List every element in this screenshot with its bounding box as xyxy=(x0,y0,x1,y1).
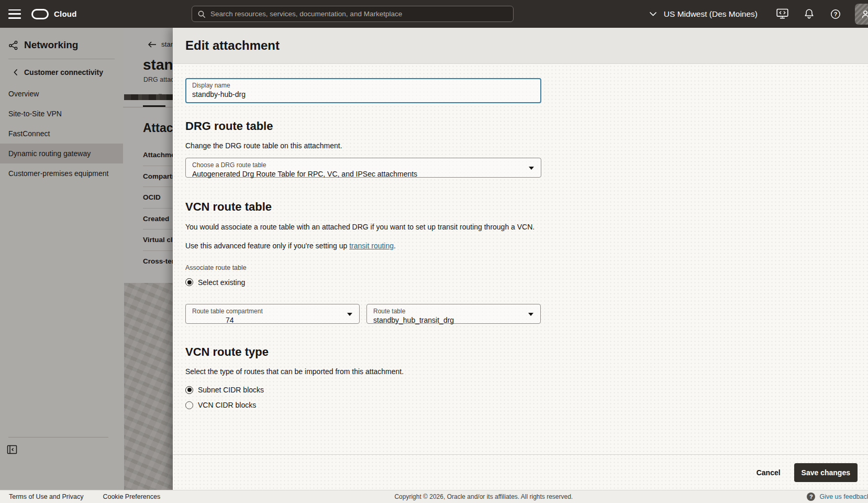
compartment-select-value: 74 xyxy=(192,315,353,325)
panel-header: Edit attachment xyxy=(173,28,868,64)
display-name-field[interactable]: Display name xyxy=(185,78,541,103)
feedback-help-icon: ? xyxy=(807,493,815,501)
user-avatar[interactable] xyxy=(855,4,868,25)
transit-routing-link[interactable]: transit routing xyxy=(349,242,394,250)
copyright-text: Copyright © 2026, Oracle and/or its affi… xyxy=(160,493,807,500)
caret-down-icon xyxy=(529,167,534,170)
terms-link[interactable]: Terms of Use and Privacy xyxy=(9,493,83,500)
vcn-paragraph-1: You would associate a route table with a… xyxy=(185,222,541,232)
edit-attachment-panel: Edit attachment Display name DRG route t… xyxy=(173,28,868,490)
drg-route-table-heading: DRG route table xyxy=(185,119,541,133)
cloud-shell-icon[interactable] xyxy=(775,7,789,21)
global-search[interactable] xyxy=(192,6,514,22)
notifications-bell-icon[interactable] xyxy=(802,7,816,21)
vcn-route-type-description: Select the type of routes that can be im… xyxy=(185,366,541,377)
panel-footer: Cancel Save changes xyxy=(173,454,868,490)
caret-down-icon xyxy=(347,313,352,316)
route-table-select-label: Route table xyxy=(373,308,534,315)
search-input[interactable] xyxy=(210,10,508,18)
vcn-route-table-heading: VCN route table xyxy=(185,200,541,214)
drg-route-table-description: Change the DRG route table on this attac… xyxy=(185,140,541,151)
associate-route-table-label: Associate route table xyxy=(185,264,541,271)
display-name-label: Display name xyxy=(192,82,535,90)
chevron-down-icon xyxy=(650,12,656,16)
vcn-paragraph-2: Use this advanced feature only if you're… xyxy=(185,240,541,251)
oracle-logo-icon xyxy=(31,9,49,19)
radio-select-existing[interactable]: Select existing xyxy=(185,278,245,287)
cancel-button[interactable]: Cancel xyxy=(756,468,781,477)
vcn-route-type-heading: VCN route type xyxy=(185,345,541,359)
panel-body: Display name DRG route table Change the … xyxy=(173,64,868,409)
radio-unselected-icon xyxy=(185,401,193,409)
route-table-select[interactable]: Route table standby_hub_transit_drg xyxy=(366,304,541,324)
page-footer-bar: Terms of Use and Privacy Cookie Preferen… xyxy=(0,490,868,503)
hamburger-menu-icon[interactable] xyxy=(8,9,21,19)
caret-down-icon xyxy=(528,313,533,316)
cookie-preferences-link[interactable]: Cookie Preferences xyxy=(103,493,160,500)
drg-select-value: Autogenerated Drg Route Table for RPC, V… xyxy=(192,169,535,179)
radio-selected-icon xyxy=(185,278,193,286)
top-bar: Cloud US Midwest (Des Moines) ? xyxy=(0,0,868,28)
modal-scrim xyxy=(0,28,173,490)
svg-text:?: ? xyxy=(834,11,838,17)
brand-text: Cloud xyxy=(54,9,77,18)
radio-selected-icon xyxy=(185,386,193,394)
save-changes-button[interactable]: Save changes xyxy=(794,463,858,482)
region-label: US Midwest (Des Moines) xyxy=(664,9,758,19)
search-icon xyxy=(197,10,206,18)
route-table-select-value: standby_hub_transit_drg xyxy=(373,315,534,325)
panel-title: Edit attachment xyxy=(185,38,280,53)
drg-select-label: Choose a DRG route table xyxy=(192,161,535,169)
person-icon xyxy=(860,9,868,19)
help-icon[interactable]: ? xyxy=(829,7,842,21)
drg-route-table-select[interactable]: Choose a DRG route table Autogenerated D… xyxy=(185,158,541,178)
brand-logo[interactable]: Cloud xyxy=(31,9,77,19)
compartment-select-label: Route table compartment xyxy=(192,308,353,315)
give-feedback-link[interactable]: Give us feedback xyxy=(819,493,868,500)
route-table-compartment-select[interactable]: Route table compartment 74 xyxy=(185,304,360,324)
display-name-input[interactable] xyxy=(192,90,535,99)
region-selector[interactable]: US Midwest (Des Moines) xyxy=(650,9,758,19)
radio-subnet-cidr-blocks[interactable]: Subnet CIDR blocks xyxy=(185,386,264,394)
radio-vcn-cidr-blocks[interactable]: VCN CIDR blocks xyxy=(185,401,256,409)
